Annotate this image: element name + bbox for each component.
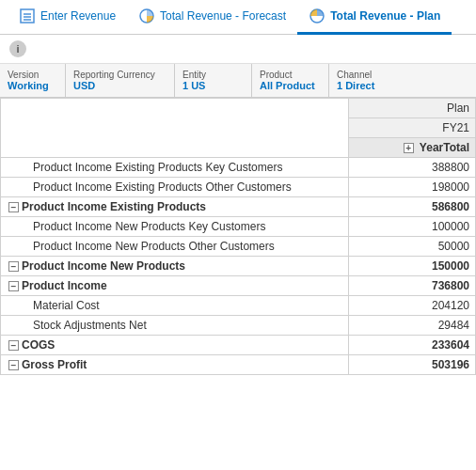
col-header-plan: Plan <box>349 99 476 118</box>
table-row: −Gross Profit503196 <box>1 355 476 375</box>
row-value: 50000 <box>349 237 476 257</box>
filter-version-label: Version <box>8 70 57 80</box>
filter-product-value[interactable]: All Product <box>260 80 321 91</box>
row-label-text: Gross Profit <box>22 358 87 371</box>
svg-rect-0 <box>21 9 34 23</box>
table-row: Product Income Existing Products Other C… <box>1 178 476 197</box>
table-row: Material Cost204120 <box>1 296 476 316</box>
row-label-text: Product Income Existing Products Key Cus… <box>33 161 282 174</box>
tab-bar: Enter Revenue Total Revenue - Forecast T… <box>0 0 476 35</box>
row-label-text: Material Cost <box>33 299 100 312</box>
table-row: −Product Income736800 <box>1 276 476 296</box>
filter-version-value[interactable]: Working <box>8 80 57 91</box>
row-label: −Product Income New Products <box>1 257 349 276</box>
row-expand-icon[interactable]: − <box>8 340 19 351</box>
tab-enter-revenue[interactable]: Enter Revenue <box>8 0 127 35</box>
revenue-table: Plan FY21 + YearTotal Product Income Exi… <box>0 98 476 375</box>
col-header-label <box>1 99 349 158</box>
table-row: Stock Adjustments Net29484 <box>1 316 476 336</box>
table-row: −Product Income Existing Products586800 <box>1 197 476 217</box>
col-header-yeartotal[interactable]: + YearTotal <box>349 138 476 158</box>
tab-total-revenue-plan[interactable]: Total Revenue - Plan <box>297 0 452 35</box>
forecast-icon <box>138 8 155 24</box>
table-row: Product Income New Products Key Customer… <box>1 217 476 237</box>
filter-reporting-label: Reporting Currency <box>73 70 167 80</box>
filter-channel-label: Channel <box>337 70 468 80</box>
info-bar: i <box>0 35 476 64</box>
tab-enter-revenue-label: Enter Revenue <box>40 9 116 23</box>
row-label-text: Product Income New Products Key Customer… <box>33 220 265 233</box>
filter-channel[interactable]: Channel 1 Direct <box>329 64 476 97</box>
table-row: Product Income New Products Other Custom… <box>1 237 476 257</box>
row-value: 736800 <box>349 276 476 296</box>
row-label: Product Income Existing Products Key Cus… <box>1 158 349 178</box>
row-label: Product Income New Products Other Custom… <box>1 237 349 257</box>
row-value: 586800 <box>349 197 476 217</box>
row-value: 150000 <box>349 257 476 276</box>
row-label-text: Product Income Existing Products <box>22 200 206 213</box>
filter-bar: Version Working Reporting Currency USD E… <box>0 64 476 98</box>
row-label: −Product Income <box>1 276 349 296</box>
row-label-text: Product Income New Products Other Custom… <box>33 240 275 253</box>
row-label: −Gross Profit <box>1 355 349 375</box>
row-expand-icon[interactable]: − <box>8 261 19 272</box>
filter-product[interactable]: Product All Product <box>252 64 329 97</box>
row-expand-icon[interactable]: − <box>8 281 19 291</box>
row-expand-icon[interactable]: − <box>8 202 19 212</box>
filter-reporting-value[interactable]: USD <box>73 80 167 91</box>
info-icon[interactable]: i <box>9 40 26 57</box>
row-label-text: Stock Adjustments Net <box>33 319 147 332</box>
row-label-text: Product Income New Products <box>22 259 185 273</box>
data-grid: Plan FY21 + YearTotal Product Income Exi… <box>0 98 476 375</box>
table-row: Product Income Existing Products Key Cus… <box>1 158 476 178</box>
filter-entity-value[interactable]: 1 US <box>182 80 244 91</box>
row-label: Product Income Existing Products Other C… <box>1 178 349 197</box>
tab-plan-label: Total Revenue - Plan <box>330 9 440 23</box>
row-label-text: Product Income <box>22 279 107 292</box>
row-label-text: COGS <box>22 338 55 352</box>
row-value: 233604 <box>349 336 476 355</box>
filter-version[interactable]: Version Working <box>0 64 66 97</box>
filter-entity[interactable]: Entity 1 US <box>175 64 252 97</box>
row-label: Material Cost <box>1 296 349 316</box>
row-expand-icon[interactable]: − <box>8 360 19 370</box>
filter-channel-value[interactable]: 1 Direct <box>337 80 468 91</box>
filter-reporting[interactable]: Reporting Currency USD <box>66 64 175 97</box>
table-row: −COGS233604 <box>1 336 476 355</box>
filter-entity-label: Entity <box>182 70 244 80</box>
row-value: 100000 <box>349 217 476 237</box>
tab-forecast-label: Total Revenue - Forecast <box>160 9 286 23</box>
tab-total-revenue-forecast[interactable]: Total Revenue - Forecast <box>127 0 297 35</box>
row-label: Stock Adjustments Net <box>1 316 349 336</box>
row-label: −COGS <box>1 336 349 355</box>
row-value: 388800 <box>349 158 476 178</box>
row-label: −Product Income Existing Products <box>1 197 349 217</box>
col-header-fy: FY21 <box>349 118 476 138</box>
row-value: 503196 <box>349 355 476 375</box>
row-label: Product Income New Products Key Customer… <box>1 217 349 237</box>
row-value: 204120 <box>349 296 476 316</box>
yeartotal-expand-icon[interactable]: + <box>404 143 414 153</box>
plan-icon <box>309 8 325 24</box>
yeartotal-label: YearTotal <box>420 141 469 154</box>
row-value: 29484 <box>349 316 476 336</box>
enter-revenue-icon <box>19 8 36 24</box>
table-row: −Product Income New Products150000 <box>1 257 476 276</box>
row-label-text: Product Income Existing Products Other C… <box>33 180 292 194</box>
row-value: 198000 <box>349 178 476 197</box>
filter-product-label: Product <box>260 70 321 80</box>
